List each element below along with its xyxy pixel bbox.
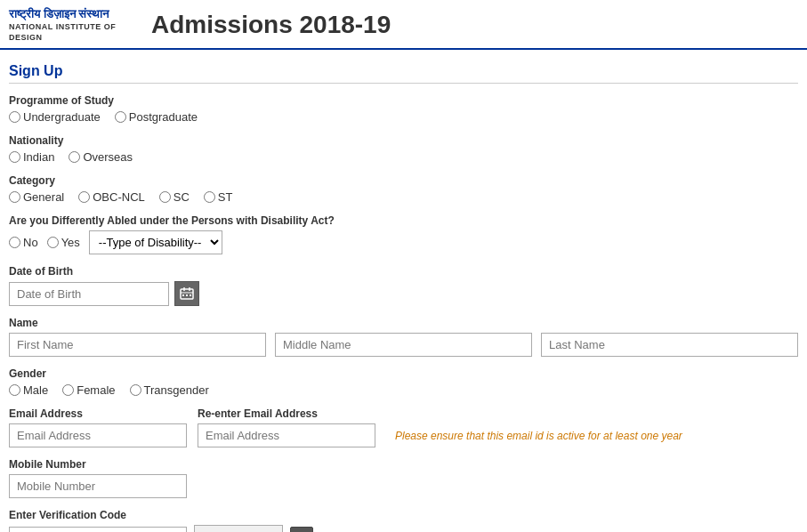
- logo: राष्ट्रीय डिज़ाइन संस्थान NATIONAL INSTI…: [9, 7, 133, 43]
- logo-english: NATIONAL INSTITUTE OF DESIGN: [9, 22, 133, 43]
- category-group: Category General OBC-NCL SC ST: [9, 174, 798, 204]
- captcha-label: Enter Verification Code: [9, 509, 798, 521]
- section-signup: Sign Up: [9, 63, 798, 84]
- name-label: Name: [9, 317, 798, 329]
- disability-no-label: No: [23, 236, 38, 249]
- category-obcncl-radio[interactable]: [78, 191, 90, 203]
- email-col: Email Address: [9, 407, 187, 447]
- email-group: Email Address Re-enter Email Address Ple…: [9, 407, 798, 447]
- nationality-overseas-radio[interactable]: [69, 151, 80, 163]
- category-general[interactable]: General: [9, 190, 64, 204]
- mobile-group: Mobile Number: [9, 458, 798, 498]
- category-st-label: ST: [218, 190, 233, 204]
- logo-hindi: राष्ट्रीय डिज़ाइन संस्थान: [9, 7, 133, 22]
- captcha-refresh-button[interactable]: [290, 527, 313, 532]
- gender-female-radio[interactable]: [62, 384, 74, 396]
- email-input[interactable]: [9, 423, 187, 447]
- programme-group: Programme of Study Undergraduate Postgra…: [9, 94, 798, 124]
- captcha-image: HGGJv: [194, 525, 283, 532]
- gender-male[interactable]: Male: [9, 383, 48, 397]
- category-obcncl[interactable]: OBC-NCL: [78, 190, 145, 204]
- disability-group: Are you Differently Abled under the Pers…: [9, 214, 798, 254]
- name-group: Name: [9, 317, 798, 357]
- category-sc-radio[interactable]: [159, 191, 171, 203]
- reenter-email-input[interactable]: [198, 423, 375, 447]
- captcha-row: HGGJv: [9, 525, 798, 532]
- nationality-indian-label: Indian: [23, 150, 54, 164]
- programme-postgraduate-radio[interactable]: [115, 111, 126, 123]
- svg-rect-5: [186, 294, 188, 296]
- disability-type-select[interactable]: --Type of Disability--VisualHearingLocom…: [89, 230, 222, 254]
- dob-group: Date of Birth: [9, 265, 798, 306]
- category-obcncl-label: OBC-NCL: [93, 190, 145, 204]
- nationality-label: Nationality: [9, 134, 798, 147]
- nationality-indian[interactable]: Indian: [9, 150, 54, 164]
- captcha-group: Enter Verification Code HGGJv: [9, 509, 798, 532]
- category-sc-label: SC: [174, 190, 190, 204]
- gender-female[interactable]: Female: [62, 383, 115, 397]
- name-row: [9, 333, 798, 357]
- programme-label: Programme of Study: [9, 94, 798, 107]
- category-sc[interactable]: SC: [159, 190, 190, 204]
- gender-male-label: Male: [23, 383, 48, 397]
- calendar-icon: [180, 286, 194, 301]
- programme-undergraduate[interactable]: Undergraduate: [9, 110, 101, 124]
- disability-yes[interactable]: Yes: [47, 236, 80, 249]
- nationality-overseas[interactable]: Overseas: [69, 150, 133, 164]
- svg-rect-0: [181, 289, 193, 299]
- disability-no[interactable]: No: [9, 236, 38, 249]
- gender-radio-group: Male Female Transgender: [9, 383, 798, 397]
- page-title: Admissions 2018-19: [151, 11, 391, 39]
- programme-postgraduate-label: Postgraduate: [129, 110, 198, 124]
- gender-group: Gender Male Female Transgender: [9, 367, 798, 397]
- svg-rect-4: [182, 294, 184, 296]
- mobile-input[interactable]: [9, 474, 187, 498]
- calendar-button[interactable]: [174, 281, 199, 306]
- gender-label: Gender: [9, 367, 798, 380]
- gender-female-label: Female: [77, 383, 115, 397]
- first-name-input[interactable]: [9, 333, 266, 357]
- category-st-radio[interactable]: [204, 191, 215, 203]
- disability-label: Are you Differently Abled under the Pers…: [9, 214, 798, 227]
- programme-undergraduate-label: Undergraduate: [23, 110, 101, 124]
- middle-name-input[interactable]: [275, 333, 532, 357]
- category-st[interactable]: ST: [204, 190, 233, 204]
- disability-yes-label: Yes: [61, 236, 80, 249]
- programme-undergraduate-radio[interactable]: [9, 111, 20, 123]
- last-name-input[interactable]: [541, 333, 798, 357]
- gender-transgender-radio[interactable]: [130, 384, 141, 396]
- dob-input[interactable]: [9, 282, 169, 306]
- category-radio-group: General OBC-NCL SC ST: [9, 190, 798, 204]
- captcha-input[interactable]: [9, 527, 187, 532]
- svg-rect-6: [190, 294, 191, 296]
- nationality-indian-radio[interactable]: [9, 151, 20, 163]
- category-general-radio[interactable]: [9, 191, 20, 203]
- nationality-radio-group: Indian Overseas: [9, 150, 798, 164]
- disability-no-radio[interactable]: [9, 237, 20, 248]
- page-header: राष्ट्रीय डिज़ाइन संस्थान NATIONAL INSTI…: [0, 0, 807, 50]
- gender-transgender[interactable]: Transgender: [130, 383, 209, 397]
- gender-transgender-label: Transgender: [144, 383, 209, 397]
- main-content: Sign Up Programme of Study Undergraduate…: [0, 50, 807, 532]
- gender-male-radio[interactable]: [9, 384, 20, 396]
- disability-yes-radio[interactable]: [47, 237, 59, 248]
- reenter-email-label: Re-enter Email Address: [198, 407, 375, 420]
- section-title: Sign Up: [9, 63, 798, 84]
- dob-label: Date of Birth: [9, 265, 798, 278]
- nationality-group: Nationality Indian Overseas: [9, 134, 798, 164]
- programme-postgraduate[interactable]: Postgraduate: [115, 110, 198, 124]
- category-general-label: General: [23, 190, 64, 204]
- mobile-label: Mobile Number: [9, 458, 798, 471]
- email-label: Email Address: [9, 407, 187, 420]
- reenter-email-col: Re-enter Email Address: [198, 407, 375, 447]
- disability-row: No Yes --Type of Disability--VisualHeari…: [9, 230, 798, 254]
- nationality-overseas-label: Overseas: [83, 150, 133, 164]
- programme-radio-group: Undergraduate Postgraduate: [9, 110, 798, 124]
- category-label: Category: [9, 174, 798, 187]
- email-note: Please ensure that this email id is acti…: [395, 429, 682, 447]
- dob-row: [9, 281, 798, 306]
- email-row: Email Address Re-enter Email Address Ple…: [9, 407, 798, 447]
